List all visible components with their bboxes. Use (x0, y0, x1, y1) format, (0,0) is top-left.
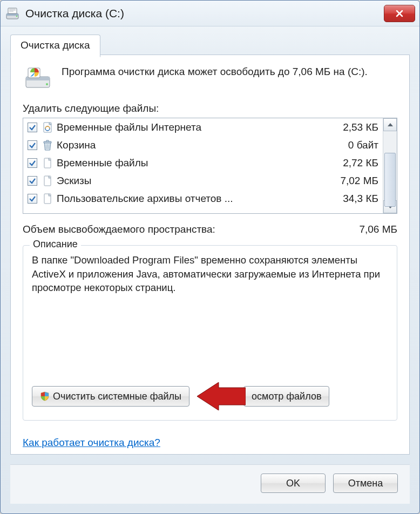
client-area: Очистка диска Программа очист (10, 55, 410, 455)
close-icon (395, 9, 404, 18)
files-listbox[interactable]: Временные файлы Интернета2,53 КБКорзина0… (23, 118, 397, 214)
file-size: 0 байт (324, 139, 378, 151)
file-size: 7,02 МБ (324, 175, 378, 187)
list-item[interactable]: Временные файлы Интернета2,53 КБ (23, 118, 383, 136)
titlebar[interactable]: Очистка диска (C:) (1, 1, 419, 26)
checkbox[interactable] (28, 123, 37, 132)
file-name: Временные файлы Интернета (57, 121, 324, 133)
file-size: 2,53 КБ (324, 121, 378, 133)
ok-button[interactable]: OK (261, 474, 326, 493)
total-space-value: 7,06 МБ (359, 224, 397, 235)
tab-disk-cleanup[interactable]: Очистка диска (10, 35, 100, 57)
view-files-button[interactable]: осмотр файлов (243, 386, 329, 407)
list-item[interactable]: Корзина0 байт (23, 136, 383, 154)
scroll-up-button[interactable] (383, 118, 397, 131)
how-it-works-link[interactable]: Как работает очистка диска? (23, 437, 160, 448)
check-icon (29, 124, 36, 131)
list-item[interactable]: Временные файлы2,72 КБ (23, 154, 383, 172)
view-files-label: осмотр файлов (252, 391, 321, 402)
scrollbar[interactable] (383, 118, 397, 213)
window-title: Очистка диска (C:) (25, 7, 384, 20)
total-space-label: Объем высвобождаемого пространства: (23, 224, 359, 235)
disk-cleanup-icon (5, 6, 20, 21)
description-groupbox: Описание В папке "Downloaded Program Fil… (23, 245, 397, 421)
dialog-footer: OK Отмена (10, 464, 410, 504)
scroll-thumb[interactable] (384, 153, 396, 207)
check-icon (29, 159, 36, 167)
description-legend: Описание (30, 239, 81, 250)
scroll-track[interactable] (383, 131, 397, 200)
checkbox[interactable] (28, 158, 37, 168)
check-icon (29, 177, 36, 185)
file-name: Эскизы (57, 175, 324, 187)
file-name: Корзина (57, 139, 324, 151)
list-item[interactable]: Эскизы7,02 МБ (23, 172, 383, 190)
cancel-button[interactable]: Отмена (333, 474, 398, 493)
shield-icon (40, 391, 50, 401)
checkbox[interactable] (28, 140, 37, 150)
svg-point-6 (46, 83, 48, 85)
file-size: 2,72 КБ (324, 157, 378, 169)
checkbox[interactable] (28, 194, 37, 204)
recycle-bin-icon (42, 139, 53, 151)
chevron-up-icon (388, 123, 393, 126)
file-name: Временные файлы (57, 157, 324, 169)
close-button[interactable] (384, 5, 415, 22)
file-size: 34,3 КБ (324, 193, 378, 205)
file-icon (42, 193, 53, 205)
intro-text: Программа очистки диска может освободить… (62, 65, 368, 79)
file-name: Пользовательские архивы отчетов ... (57, 193, 324, 205)
clean-system-files-label: Очистить системные файлы (53, 391, 181, 402)
description-text: В папке "Downloaded Program Files" време… (32, 253, 388, 376)
svg-rect-1 (6, 13, 18, 16)
check-icon (29, 195, 36, 202)
file-icon (42, 157, 53, 169)
checkbox[interactable] (28, 176, 37, 186)
list-item[interactable]: Пользовательские архивы отчетов ...34,3 … (23, 190, 383, 207)
svg-point-3 (16, 15, 17, 16)
svg-rect-10 (44, 141, 51, 143)
ie-file-icon (42, 121, 53, 133)
check-icon (29, 141, 36, 149)
dialog-window: Очистка диска (C:) Очистка диска (0, 0, 420, 514)
clean-system-files-button[interactable]: Очистить системные файлы (32, 386, 189, 407)
file-icon (42, 175, 53, 187)
red-arrow-annotation (197, 382, 246, 410)
tab-content: Программа очистки диска может освободить… (11, 55, 409, 429)
files-to-delete-label: Удалить следующие файлы: (23, 103, 397, 114)
